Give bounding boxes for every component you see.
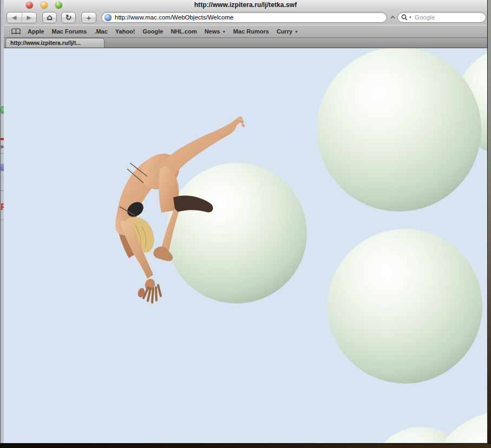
refresh-icon: ↻ <box>66 13 72 22</box>
bookmarks-book-icon[interactable] <box>11 28 21 35</box>
bookmark-news-menu[interactable]: News▼ <box>205 28 226 35</box>
bubble <box>317 48 481 212</box>
active-tab[interactable]: http://www.izpitera.ru/lj/t... <box>5 38 104 48</box>
bubble <box>328 229 482 384</box>
site-globe-icon <box>104 14 112 21</box>
address-input[interactable] <box>101 12 387 23</box>
dropdown-arrow-icon: ▼ <box>294 30 298 34</box>
title-bar[interactable]: http://www.izpitera.ru/lj/tetka.swf <box>4 0 487 10</box>
address-bar <box>101 12 387 23</box>
figure-toes <box>241 122 246 127</box>
background-window-sliver[interactable]: se R <box>0 0 4 448</box>
home-button[interactable]: ⌂ <box>42 12 57 23</box>
desktop-bottom-edge <box>0 443 491 448</box>
bookmark-mac-rumors[interactable]: Mac Rumors <box>233 28 269 35</box>
plus-icon: + <box>87 13 91 22</box>
back-button[interactable]: ◀ <box>7 12 22 23</box>
bubbles-layer <box>166 48 487 443</box>
refresh-button[interactable]: ↻ <box>61 12 76 23</box>
search-dropdown-icon: ▼ <box>409 16 412 19</box>
flash-content[interactable] <box>4 48 487 443</box>
search-field[interactable]: ▼ Google <box>397 12 486 23</box>
desktop-right-edge <box>487 0 491 448</box>
dropdown-arrow-icon: ▼ <box>222 30 225 34</box>
toolbar: ◀ ▶ ⌂ ↻ + <box>4 10 487 25</box>
bookmark-mac-forums[interactable]: Mac Forums <box>52 28 87 35</box>
screen: se R http://www.izpitera.ru/lj/tetka.swf… <box>0 0 491 448</box>
safari-window: http://www.izpitera.ru/lj/tetka.swf ◀ ▶ … <box>4 0 487 443</box>
chevron-up-icon <box>390 16 395 19</box>
window-title: http://www.izpitera.ru/lj/tetka.swf <box>4 0 487 10</box>
back-forward-buttons: ◀ ▶ <box>6 12 37 23</box>
bookmark-yahoo[interactable]: Yahoo! <box>115 28 135 35</box>
add-bookmark-button[interactable]: + <box>81 12 96 23</box>
bookmark-google[interactable]: Google <box>143 28 163 35</box>
brushed-metal-chrome: http://www.izpitera.ru/lj/tetka.swf ◀ ▶ … <box>4 0 487 38</box>
caret-button[interactable] <box>390 16 395 19</box>
search-placeholder: Google <box>415 14 435 21</box>
bookmark-nhl[interactable]: NHL.com <box>171 28 197 35</box>
bubbles-scene <box>4 48 487 443</box>
bookmarks-bar: Apple Mac Forums .Mac Yahoo! Google NHL.… <box>4 25 487 38</box>
tab-bar: http://www.izpitera.ru/lj/t... <box>4 38 487 48</box>
search-icon <box>401 14 408 21</box>
bookmark-apple[interactable]: Apple <box>28 28 44 35</box>
bubble <box>166 163 307 304</box>
home-icon: ⌂ <box>47 12 53 22</box>
forward-button[interactable]: ▶ <box>22 12 37 23</box>
bookmark-dot-mac[interactable]: .Mac <box>94 28 107 35</box>
bookmark-curry-menu[interactable]: Curry▼ <box>277 28 298 35</box>
